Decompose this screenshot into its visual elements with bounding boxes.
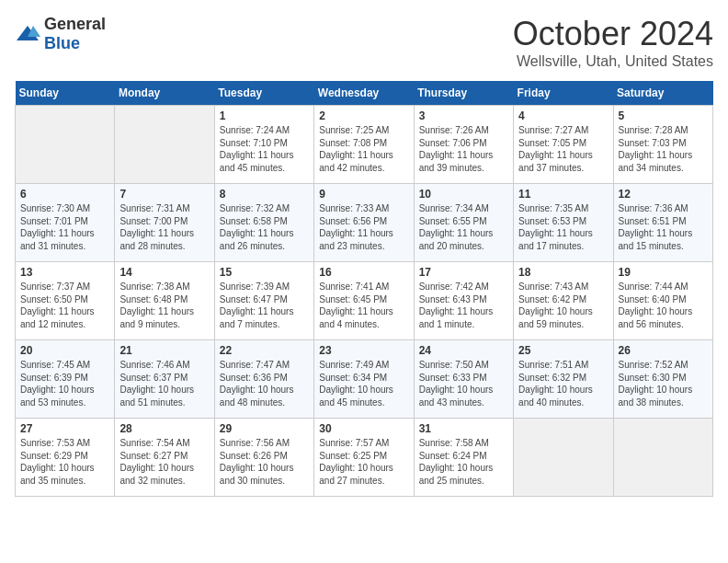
logo-general-text: General [44,15,106,33]
cell-info: Sunrise: 7:53 AMSunset: 6:29 PMDaylight:… [20,437,109,487]
cell-info: Sunrise: 7:30 AMSunset: 7:01 PMDaylight:… [20,202,109,252]
day-number: 2 [319,109,408,122]
day-number: 26 [619,344,708,357]
day-number: 16 [319,266,408,279]
cell-info: Sunrise: 7:27 AMSunset: 7:05 PMDaylight:… [518,124,608,174]
cell-info: Sunrise: 7:28 AMSunset: 7:03 PMDaylight:… [619,124,708,174]
title-area: October 2024 Wellsville, Utah, United St… [513,15,713,70]
cell-info: Sunrise: 7:31 AMSunset: 7:00 PMDaylight:… [119,202,209,252]
calendar-cell: 21Sunrise: 7:46 AMSunset: 6:37 PMDayligh… [115,340,214,419]
cell-info: Sunrise: 7:50 AMSunset: 6:33 PMDaylight:… [419,359,508,408]
day-number: 25 [518,344,608,357]
location-subtitle: Wellsville, Utah, United States [513,53,713,70]
day-number: 14 [119,266,209,279]
cell-info: Sunrise: 7:52 AMSunset: 6:30 PMDaylight:… [619,359,708,408]
cell-info: Sunrise: 7:42 AMSunset: 6:43 PMDaylight:… [419,281,508,330]
calendar-cell: 11Sunrise: 7:35 AMSunset: 6:53 PMDayligh… [514,184,613,262]
day-number: 23 [319,344,408,357]
day-header-friday: Friday [514,81,613,106]
calendar-cell [613,419,712,497]
cell-info: Sunrise: 7:36 AMSunset: 6:51 PMDaylight:… [619,202,708,252]
day-number: 3 [419,109,508,122]
day-number: 31 [419,422,508,435]
cell-info: Sunrise: 7:43 AMSunset: 6:42 PMDaylight:… [518,281,608,330]
calendar-week-row: 1Sunrise: 7:24 AMSunset: 7:10 PMDaylight… [16,106,713,184]
calendar-cell: 29Sunrise: 7:56 AMSunset: 6:26 PMDayligh… [214,419,313,497]
calendar-cell: 1Sunrise: 7:24 AMSunset: 7:10 PMDaylight… [214,106,313,184]
day-number: 8 [220,188,309,201]
calendar-cell: 19Sunrise: 7:44 AMSunset: 6:40 PMDayligh… [613,262,712,340]
calendar-cell: 18Sunrise: 7:43 AMSunset: 6:42 PMDayligh… [514,262,613,340]
day-number: 20 [20,344,109,357]
cell-info: Sunrise: 7:38 AMSunset: 6:48 PMDaylight:… [119,281,209,330]
calendar-cell: 6Sunrise: 7:30 AMSunset: 7:01 PMDaylight… [16,184,115,262]
calendar-cell: 14Sunrise: 7:38 AMSunset: 6:48 PMDayligh… [115,262,214,340]
day-header-tuesday: Tuesday [214,81,313,106]
calendar-cell: 13Sunrise: 7:37 AMSunset: 6:50 PMDayligh… [16,262,115,340]
calendar-cell [16,106,115,184]
calendar-cell: 9Sunrise: 7:33 AMSunset: 6:56 PMDaylight… [314,184,414,262]
day-header-sunday: Sunday [16,81,115,106]
calendar-week-row: 13Sunrise: 7:37 AMSunset: 6:50 PMDayligh… [16,262,713,340]
day-header-thursday: Thursday [414,81,513,106]
cell-info: Sunrise: 7:35 AMSunset: 6:53 PMDaylight:… [518,202,608,252]
cell-info: Sunrise: 7:32 AMSunset: 6:58 PMDaylight:… [220,202,309,252]
day-number: 10 [419,188,508,201]
cell-info: Sunrise: 7:46 AMSunset: 6:37 PMDaylight:… [119,359,209,408]
day-number: 6 [20,188,109,201]
day-number: 27 [20,422,109,435]
calendar-cell: 5Sunrise: 7:28 AMSunset: 7:03 PMDaylight… [613,106,712,184]
calendar-cell: 30Sunrise: 7:57 AMSunset: 6:25 PMDayligh… [314,419,414,497]
calendar-cell: 23Sunrise: 7:49 AMSunset: 6:34 PMDayligh… [314,340,414,419]
calendar-cell: 24Sunrise: 7:50 AMSunset: 6:33 PMDayligh… [414,340,513,419]
day-header-wednesday: Wednesday [314,81,414,106]
calendar-cell: 31Sunrise: 7:58 AMSunset: 6:24 PMDayligh… [414,419,513,497]
day-number: 12 [619,188,708,201]
day-number: 11 [518,188,608,201]
cell-info: Sunrise: 7:34 AMSunset: 6:55 PMDaylight:… [419,202,508,252]
header: General Blue October 2024 Wellsville, Ut… [15,15,713,70]
day-number: 29 [220,422,309,435]
day-number: 1 [220,109,309,122]
calendar-cell: 26Sunrise: 7:52 AMSunset: 6:30 PMDayligh… [613,340,712,419]
calendar-cell: 3Sunrise: 7:26 AMSunset: 7:06 PMDaylight… [414,106,513,184]
calendar-cell: 22Sunrise: 7:47 AMSunset: 6:36 PMDayligh… [214,340,313,419]
cell-info: Sunrise: 7:51 AMSunset: 6:32 PMDaylight:… [518,359,608,408]
day-number: 22 [220,344,309,357]
cell-info: Sunrise: 7:41 AMSunset: 6:45 PMDaylight:… [319,281,408,330]
calendar-cell: 2Sunrise: 7:25 AMSunset: 7:08 PMDaylight… [314,106,414,184]
cell-info: Sunrise: 7:45 AMSunset: 6:39 PMDaylight:… [20,359,109,408]
cell-info: Sunrise: 7:47 AMSunset: 6:36 PMDaylight:… [220,359,309,408]
day-number: 30 [319,422,408,435]
calendar-week-row: 6Sunrise: 7:30 AMSunset: 7:01 PMDaylight… [16,184,713,262]
calendar-cell: 20Sunrise: 7:45 AMSunset: 6:39 PMDayligh… [16,340,115,419]
cell-info: Sunrise: 7:54 AMSunset: 6:27 PMDaylight:… [119,437,209,487]
day-number: 18 [518,266,608,279]
calendar-week-row: 27Sunrise: 7:53 AMSunset: 6:29 PMDayligh… [16,419,713,497]
logo-icon [15,24,40,44]
day-number: 15 [220,266,309,279]
cell-info: Sunrise: 7:25 AMSunset: 7:08 PMDaylight:… [319,124,408,174]
calendar-table: SundayMondayTuesdayWednesdayThursdayFrid… [15,81,713,497]
calendar-cell: 15Sunrise: 7:39 AMSunset: 6:47 PMDayligh… [214,262,313,340]
cell-info: Sunrise: 7:24 AMSunset: 7:10 PMDaylight:… [220,124,309,174]
day-header-saturday: Saturday [613,81,712,106]
calendar-cell: 25Sunrise: 7:51 AMSunset: 6:32 PMDayligh… [514,340,613,419]
calendar-cell [115,106,214,184]
cell-info: Sunrise: 7:49 AMSunset: 6:34 PMDaylight:… [319,359,408,408]
cell-info: Sunrise: 7:26 AMSunset: 7:06 PMDaylight:… [419,124,508,174]
logo-blue-text: Blue [44,34,80,52]
cell-info: Sunrise: 7:57 AMSunset: 6:25 PMDaylight:… [319,437,408,487]
day-number: 21 [119,344,209,357]
day-header-monday: Monday [115,81,214,106]
day-number: 13 [20,266,109,279]
calendar-header-row: SundayMondayTuesdayWednesdayThursdayFrid… [16,81,713,106]
day-number: 7 [119,188,209,201]
cell-info: Sunrise: 7:39 AMSunset: 6:47 PMDaylight:… [220,281,309,330]
calendar-cell: 17Sunrise: 7:42 AMSunset: 6:43 PMDayligh… [414,262,513,340]
day-number: 17 [419,266,508,279]
calendar-cell [514,419,613,497]
calendar-cell: 8Sunrise: 7:32 AMSunset: 6:58 PMDaylight… [214,184,313,262]
cell-info: Sunrise: 7:58 AMSunset: 6:24 PMDaylight:… [419,437,508,487]
calendar-cell: 28Sunrise: 7:54 AMSunset: 6:27 PMDayligh… [115,419,214,497]
